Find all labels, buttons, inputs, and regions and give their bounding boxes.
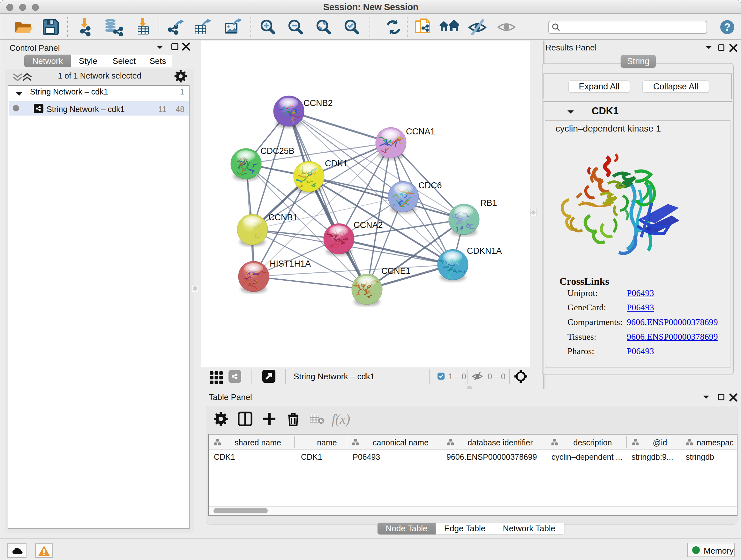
- svg-text:CCNA1: CCNA1: [406, 127, 435, 136]
- svg-text:HIST1H1A: HIST1H1A: [270, 259, 311, 268]
- svg-text:CCNB2: CCNB2: [304, 98, 333, 108]
- svg-text:CCNA2: CCNA2: [354, 220, 383, 230]
- svg-text:CCNE1: CCNE1: [381, 266, 411, 276]
- svg-text:CDK1: CDK1: [325, 159, 348, 168]
- svg-text:RB1: RB1: [480, 198, 497, 208]
- svg-text:CDC6: CDC6: [418, 181, 442, 190]
- svg-text:CCNB1: CCNB1: [268, 212, 298, 222]
- svg-text:CDC25B: CDC25B: [260, 146, 294, 156]
- svg-text:CDKN1A: CDKN1A: [467, 246, 502, 256]
